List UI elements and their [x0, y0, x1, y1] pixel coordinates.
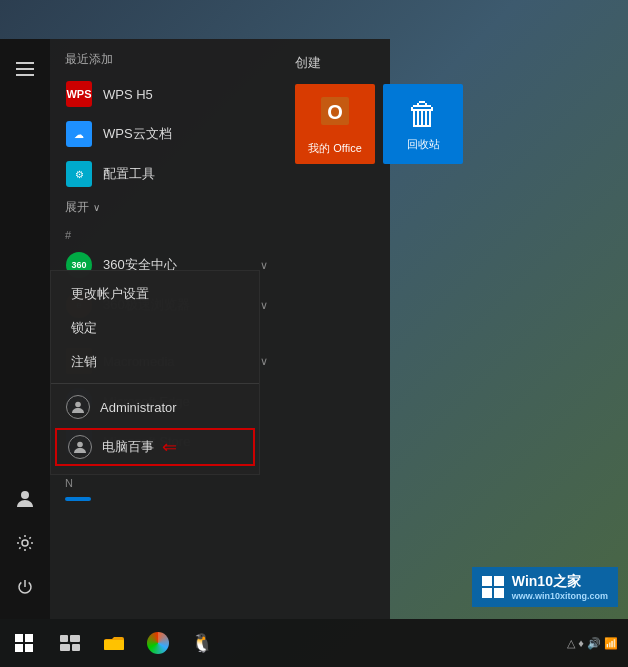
wps-cloud-label: WPS云文档	[103, 125, 172, 143]
svg-rect-6	[60, 635, 68, 642]
person-circle-icon	[71, 400, 85, 414]
qq-button[interactable]: 🐧	[180, 619, 224, 667]
svg-rect-9	[72, 644, 80, 651]
wps-cloud-icon-wrap: ☁	[65, 120, 93, 148]
tile-my-office[interactable]: O 我的 Office	[295, 84, 375, 164]
context-change-account[interactable]: 更改帐户设置	[51, 277, 259, 311]
start-left-sidebar	[0, 39, 50, 619]
office-tile-icon: O	[317, 93, 353, 137]
admin-label: Administrator	[100, 400, 177, 415]
diannao-avatar-icon	[68, 435, 92, 459]
context-menu: 更改帐户设置 锁定 注销 Administrator 电脑百事 ⇐	[50, 270, 260, 475]
expand-item[interactable]: 展开 ∨	[50, 194, 280, 221]
start-windows-icon	[15, 634, 33, 652]
desktop: 最近添加 WPS WPS H5 ☁ WPS云文档 ⚙ 配置工具	[0, 0, 628, 667]
context-divider	[51, 383, 259, 384]
gear-icon	[15, 533, 35, 553]
context-lock[interactable]: 锁定	[51, 311, 259, 345]
svg-rect-10	[104, 640, 124, 650]
svg-point-4	[75, 402, 81, 408]
360-security-arrow-icon: ∨	[260, 259, 268, 272]
watermark-title: Win10之家	[512, 573, 608, 591]
user-account-icon[interactable]	[5, 479, 45, 519]
left-bottom-icons	[0, 479, 50, 609]
config-icon-box: ⚙	[66, 161, 92, 187]
win-logo-block	[482, 576, 504, 598]
recycle-tile-icon: 🗑	[407, 96, 439, 133]
expand-label: 展开	[65, 199, 89, 216]
svg-text:O: O	[327, 101, 343, 123]
wps-h5-icon: WPS	[65, 80, 93, 108]
n-section-bar	[65, 497, 91, 501]
admin-avatar-icon	[66, 395, 90, 419]
watermark: Win10之家 www.win10xitong.com	[472, 567, 618, 607]
person-icon	[15, 489, 35, 509]
color-wheel-icon	[147, 632, 169, 654]
file-explorer-button[interactable]	[92, 619, 136, 667]
wps-cloud-icon-box: ☁	[66, 121, 92, 147]
tiles-row: O 我的 Office 🗑 回收站	[295, 84, 613, 164]
tray-icons: △ ♦ 🔊 📶	[567, 637, 618, 650]
folder-icon	[104, 634, 124, 652]
hamburger-menu[interactable]	[5, 49, 45, 89]
task-view-icon	[60, 635, 80, 651]
watermark-text-block: Win10之家 www.win10xitong.com	[512, 573, 608, 601]
office-tile-label: 我的 Office	[308, 141, 362, 156]
tile-recycle[interactable]: 🗑 回收站	[383, 84, 463, 164]
penguin-icon: 🐧	[191, 632, 213, 654]
windows-logo-icon	[482, 576, 504, 598]
person-circle-icon2	[73, 440, 87, 454]
power-icon	[15, 577, 35, 597]
expand-chevron-icon: ∨	[93, 202, 100, 213]
task-view-button[interactable]	[48, 619, 92, 667]
settings-icon-btn[interactable]	[5, 523, 45, 563]
diannao-label: 电脑百事	[102, 438, 154, 456]
svg-point-0	[21, 491, 29, 499]
svg-point-1	[22, 540, 28, 546]
hash-section-label: #	[50, 221, 280, 245]
context-user-diannao[interactable]: 电脑百事 ⇐	[55, 428, 255, 466]
macromedia-arrow-icon: ∨	[260, 355, 268, 368]
menu-item-wps-h5[interactable]: WPS WPS H5	[50, 74, 280, 114]
recycle-tile-label: 回收站	[407, 137, 440, 152]
taskbar: 🐧 △ ♦ 🔊 📶	[0, 619, 628, 667]
browser-taskbar-button[interactable]	[136, 619, 180, 667]
svg-rect-8	[60, 644, 70, 651]
taskbar-tray: △ ♦ 🔊 📶	[567, 637, 628, 650]
360-browser-arrow-icon: ∨	[260, 299, 268, 312]
menu-item-wps-cloud[interactable]: ☁ WPS云文档	[50, 114, 280, 154]
context-user-admin[interactable]: Administrator	[51, 388, 259, 426]
svg-point-5	[77, 442, 83, 448]
start-tiles-area: 创建 O 我的 Office 🗑 回收站	[280, 39, 628, 619]
hamburger-icon	[16, 62, 34, 76]
power-icon-btn[interactable]	[5, 567, 45, 607]
tiles-create-label: 创建	[295, 54, 613, 72]
config-label: 配置工具	[103, 165, 155, 183]
watermark-subtitle: www.win10xitong.com	[512, 591, 608, 601]
config-icon-wrap: ⚙	[65, 160, 93, 188]
menu-item-config[interactable]: ⚙ 配置工具	[50, 154, 280, 194]
wps-h5-label: WPS H5	[103, 87, 153, 102]
recently-added-label: 最近添加	[50, 39, 280, 74]
red-arrow-icon: ⇐	[162, 436, 177, 458]
start-button[interactable]	[0, 619, 48, 667]
wps-icon-box: WPS	[66, 81, 92, 107]
context-logout[interactable]: 注销	[51, 345, 259, 379]
svg-rect-7	[70, 635, 80, 642]
